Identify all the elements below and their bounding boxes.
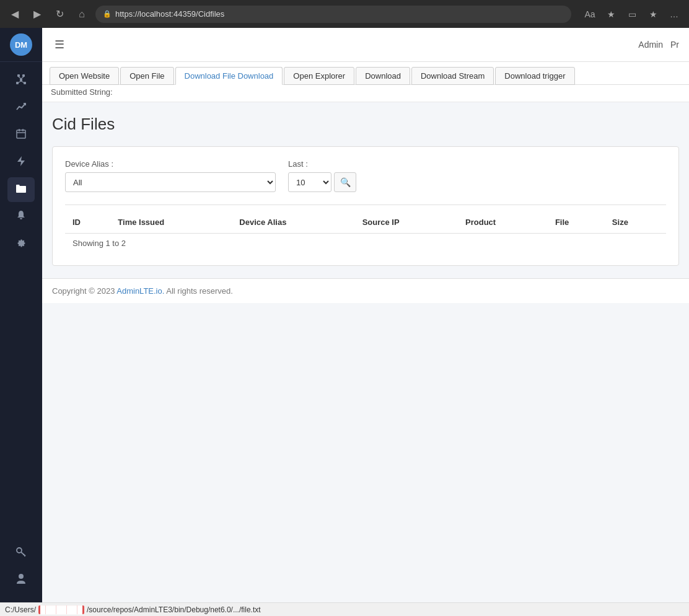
sidebar-item-notifications[interactable] xyxy=(7,205,35,229)
search-icon: 🔍 xyxy=(340,177,351,187)
download-stream-tab[interactable]: Download Stream xyxy=(411,67,494,85)
footer-brand-link[interactable]: AdminLTE.io. xyxy=(116,286,164,296)
svg-rect-0 xyxy=(17,74,20,77)
logo-text: DM xyxy=(15,40,27,50)
sidebar-item-settings[interactable] xyxy=(7,232,35,257)
calendar-icon xyxy=(15,128,27,143)
status-bar: C:/Users/ ████████ /source/repos/AdminLT… xyxy=(0,602,689,616)
key-icon xyxy=(15,546,27,560)
hamburger-button[interactable]: ☰ xyxy=(52,35,67,54)
svg-marker-13 xyxy=(17,156,25,166)
back-button[interactable]: ◀ xyxy=(6,6,24,23)
path-prefix: C:/Users/ xyxy=(5,605,36,614)
col-source-ip: Source IP xyxy=(355,211,458,234)
footer-rights: All rights reserved. xyxy=(164,286,233,296)
col-time-issued: Time Issued xyxy=(110,211,232,234)
top-bar-left: ☰ xyxy=(52,35,67,54)
col-file: File xyxy=(548,211,605,234)
sidebar-logo[interactable]: DM xyxy=(0,28,42,62)
submitted-string-bar: Submitted String: xyxy=(42,85,689,102)
sidebar-item-files[interactable] xyxy=(7,177,35,202)
status-bar-path: C:/Users/ ████████ /source/repos/AdminLT… xyxy=(5,605,261,614)
path-highlight: ████████ xyxy=(38,605,84,614)
path-suffix: /source/repos/AdminLTE3/bin/Debug/net6.0… xyxy=(87,605,261,614)
lightning-icon xyxy=(16,156,26,170)
gear-icon xyxy=(15,237,27,252)
url-bar[interactable]: 🔒 https://localhost:44359/Cidfiles xyxy=(95,6,571,23)
user-icon xyxy=(16,573,26,587)
download-file-download-tab[interactable]: Download File Download xyxy=(175,67,283,85)
device-alias-filter-group: Device Alias : All xyxy=(65,159,276,192)
sidebar-item-analytics[interactable] xyxy=(7,95,35,120)
folder-icon xyxy=(15,183,27,196)
app-layout: DM xyxy=(0,28,689,602)
last-group: 10 25 50 100 🔍 xyxy=(288,172,356,192)
chart-icon xyxy=(15,101,27,115)
lock-icon: 🔒 xyxy=(103,10,112,18)
footer: Copyright © 2023 AdminLTE.io. All rights… xyxy=(42,278,689,303)
read-mode-button[interactable]: Aa xyxy=(581,6,599,23)
main-card: Device Alias : All Last : 10 25 xyxy=(52,146,679,266)
svg-line-6 xyxy=(21,77,24,79)
page-content: Open Website Open File Download File Dow… xyxy=(42,62,689,602)
device-alias-label: Device Alias : xyxy=(65,159,276,169)
last-label: Last : xyxy=(288,159,356,169)
nav-tabs: Open Website Open File Download File Dow… xyxy=(42,62,689,85)
bookmarks-button[interactable]: ★ xyxy=(644,6,662,23)
sidebar-item-keys[interactable] xyxy=(7,540,35,565)
col-size: Size xyxy=(605,211,666,234)
svg-point-18 xyxy=(19,574,24,579)
page-body: Cid Files Device Alias : All Last : xyxy=(42,102,689,278)
download-trigger-tab[interactable]: Download trigger xyxy=(495,67,574,85)
svg-rect-1 xyxy=(22,74,25,77)
download-tab[interactable]: Download xyxy=(356,67,410,85)
sidebar-item-network[interactable] xyxy=(7,68,35,93)
last-select[interactable]: 10 25 50 100 xyxy=(288,172,331,192)
last-filter-group: Last : 10 25 50 100 🔍 xyxy=(288,159,356,192)
top-bar: ☰ Admin Pr xyxy=(42,28,689,62)
admin-label: Admin xyxy=(638,40,663,50)
svg-rect-9 xyxy=(17,130,25,138)
star-button[interactable]: ★ xyxy=(602,6,620,23)
header-row: ID Time Issued Device Alias Source IP Pr… xyxy=(65,211,666,234)
sidebar-item-calendar[interactable] xyxy=(7,123,35,147)
cid-files-table: ID Time Issued Device Alias Source IP Pr… xyxy=(65,211,666,234)
top-bar-right: Admin Pr xyxy=(638,40,679,50)
footer-copyright: Copyright © 2023 xyxy=(52,286,116,296)
pr-label: Pr xyxy=(670,40,679,50)
sidebar: DM xyxy=(0,28,42,602)
tab-button[interactable]: ▭ xyxy=(623,6,641,23)
col-device-alias: Device Alias xyxy=(232,211,354,234)
showing-text: Showing 1 to 2 xyxy=(65,234,666,253)
svg-line-5 xyxy=(19,77,21,79)
sidebar-item-user[interactable] xyxy=(7,568,35,592)
sidebar-nav xyxy=(7,62,35,540)
svg-point-14 xyxy=(17,548,22,553)
forward-button[interactable]: ▶ xyxy=(29,6,46,23)
url-text: https://localhost:44359/Cidfiles xyxy=(115,9,224,19)
table-header: ID Time Issued Device Alias Source IP Pr… xyxy=(65,211,666,234)
sidebar-bottom xyxy=(7,540,35,602)
browser-actions: Aa ★ ▭ ★ … xyxy=(581,6,683,23)
open-website-tab[interactable]: Open Website xyxy=(50,67,119,85)
submitted-string-label: Submitted String: xyxy=(51,87,113,97)
network-icon xyxy=(15,74,27,88)
table-container: ID Time Issued Device Alias Source IP Pr… xyxy=(65,205,666,253)
sidebar-item-events[interactable] xyxy=(7,150,35,175)
search-button[interactable]: 🔍 xyxy=(334,172,356,192)
col-id: ID xyxy=(65,211,110,234)
col-product: Product xyxy=(458,211,548,234)
bell-icon xyxy=(16,210,26,224)
filter-row: Device Alias : All Last : 10 25 xyxy=(65,159,666,192)
open-file-tab[interactable]: Open File xyxy=(120,67,173,85)
page-title: Cid Files xyxy=(52,115,679,134)
open-explorer-tab[interactable]: Open Explorer xyxy=(284,67,354,85)
svg-rect-2 xyxy=(20,79,22,81)
browser-chrome: ◀ ▶ ↻ ⌂ 🔒 https://localhost:44359/Cidfil… xyxy=(0,0,689,28)
refresh-button[interactable]: ↻ xyxy=(51,6,68,23)
device-alias-select[interactable]: All xyxy=(65,172,276,192)
extensions-button[interactable]: … xyxy=(665,6,683,23)
home-button[interactable]: ⌂ xyxy=(73,6,90,23)
logo-circle: DM xyxy=(10,33,32,56)
main-content: ☰ Admin Pr Open Website Open File Downlo… xyxy=(42,28,689,602)
